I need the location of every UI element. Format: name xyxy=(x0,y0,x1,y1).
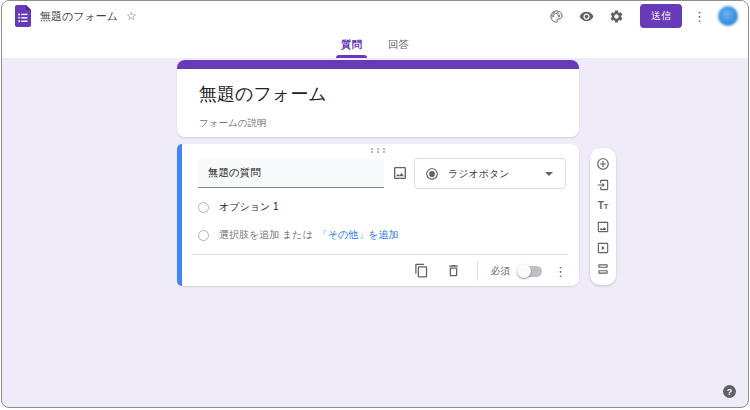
duplicate-question-icon[interactable] xyxy=(414,263,431,280)
tab-questions[interactable]: 質問 xyxy=(328,31,375,58)
selected-question-indicator xyxy=(177,144,182,286)
question-more-options-icon[interactable]: ⋮ xyxy=(554,264,567,279)
import-questions-icon[interactable] xyxy=(596,178,611,193)
header-more-options-icon[interactable]: ⋮ xyxy=(688,9,711,24)
question-card: 無題の質問 ラジオボタン オプション 1 選択肢を追加 または 「その他」を追加 xyxy=(177,144,579,286)
app-header: 無題のフォーム ☆ 送信 ⋮ xyxy=(2,1,748,31)
add-option-text[interactable]: 選択肢を追加 または xyxy=(219,228,313,242)
side-toolbar: TT xyxy=(590,148,616,285)
add-image-to-question-icon[interactable] xyxy=(392,165,410,183)
drag-handle[interactable] xyxy=(370,148,386,153)
required-toggle[interactable] xyxy=(518,266,542,277)
help-icon[interactable]: ? xyxy=(723,385,736,398)
add-video-icon[interactable] xyxy=(596,240,611,255)
option-1-label[interactable]: オプション 1 xyxy=(219,200,279,214)
question-type-label: ラジオボタン xyxy=(448,167,545,181)
add-option-row: 選択肢を追加 または 「その他」を追加 xyxy=(198,228,398,242)
star-icon[interactable]: ☆ xyxy=(126,9,137,23)
account-avatar[interactable] xyxy=(718,6,738,26)
google-forms-editor-window: 無題のフォーム ☆ 送信 ⋮ 質問 回答 無題のフォーム フォームの説明 xyxy=(1,0,749,408)
document-title[interactable]: 無題のフォーム xyxy=(40,9,118,24)
preview-eye-icon[interactable] xyxy=(578,8,594,24)
tab-questions-label: 質問 xyxy=(341,38,362,52)
form-title-field[interactable]: 無題のフォーム xyxy=(177,69,579,106)
add-question-icon[interactable] xyxy=(596,157,611,172)
theme-palette-icon[interactable] xyxy=(548,8,564,24)
dropdown-caret-icon xyxy=(545,172,553,176)
form-description-field[interactable]: フォームの説明 xyxy=(177,106,579,130)
google-forms-logo-icon[interactable] xyxy=(14,5,32,27)
question-type-dropdown[interactable]: ラジオボタン xyxy=(414,158,566,189)
option-radio-icon xyxy=(198,230,209,241)
add-other-link[interactable]: 「その他」を追加 xyxy=(318,228,399,242)
tab-responses[interactable]: 回答 xyxy=(375,31,422,58)
send-button[interactable]: 送信 xyxy=(640,4,682,28)
question-footer-toolbar: 必須 ⋮ xyxy=(399,261,567,281)
option-radio-icon xyxy=(198,202,209,213)
add-section-icon[interactable] xyxy=(596,261,611,276)
add-image-icon[interactable] xyxy=(596,219,611,234)
required-label: 必須 xyxy=(491,265,510,278)
delete-question-icon[interactable] xyxy=(446,263,463,280)
toolbar-divider xyxy=(477,261,478,281)
option-row-1: オプション 1 xyxy=(198,200,279,214)
tab-bar: 質問 回答 xyxy=(2,31,748,58)
active-tab-underline xyxy=(336,55,367,58)
settings-gear-icon[interactable] xyxy=(608,8,624,24)
form-title-card: 無題のフォーム フォームの説明 xyxy=(177,60,579,137)
question-footer-divider xyxy=(192,254,567,255)
question-title-input[interactable]: 無題の質問 xyxy=(198,159,384,188)
add-title-icon[interactable]: TT xyxy=(596,199,611,214)
radio-button-icon xyxy=(425,167,439,181)
form-title-card-accent-bar xyxy=(177,60,579,69)
tab-responses-label: 回答 xyxy=(388,38,409,52)
toggle-knob xyxy=(517,264,531,278)
